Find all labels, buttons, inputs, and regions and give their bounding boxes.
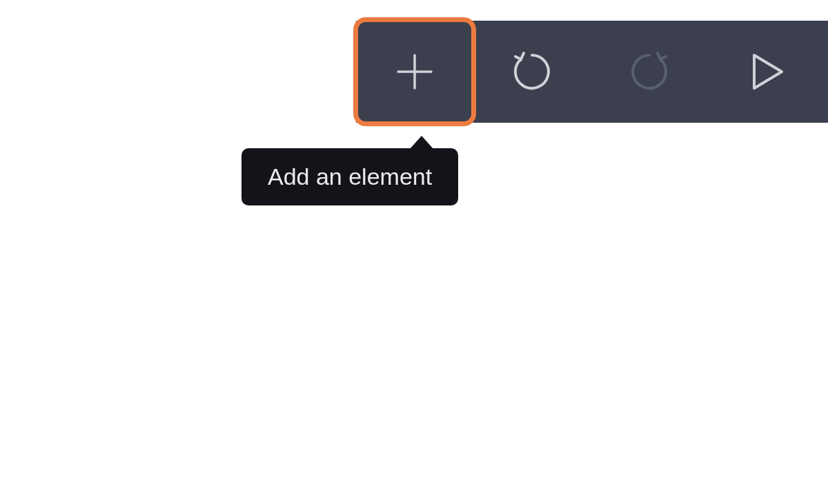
tooltip-text: Add an element [268, 163, 432, 190]
add-element-button[interactable] [356, 21, 473, 123]
tooltip-arrow [409, 136, 434, 150]
play-icon [747, 50, 786, 94]
redo-icon [627, 50, 671, 94]
undo-button[interactable] [473, 21, 591, 123]
plus-icon [393, 50, 437, 94]
play-button[interactable] [708, 21, 825, 123]
undo-icon [510, 50, 554, 94]
svg-marker-2 [754, 55, 782, 88]
add-element-tooltip: Add an element [241, 148, 458, 205]
redo-button[interactable] [591, 21, 708, 123]
toolbar [356, 21, 828, 123]
